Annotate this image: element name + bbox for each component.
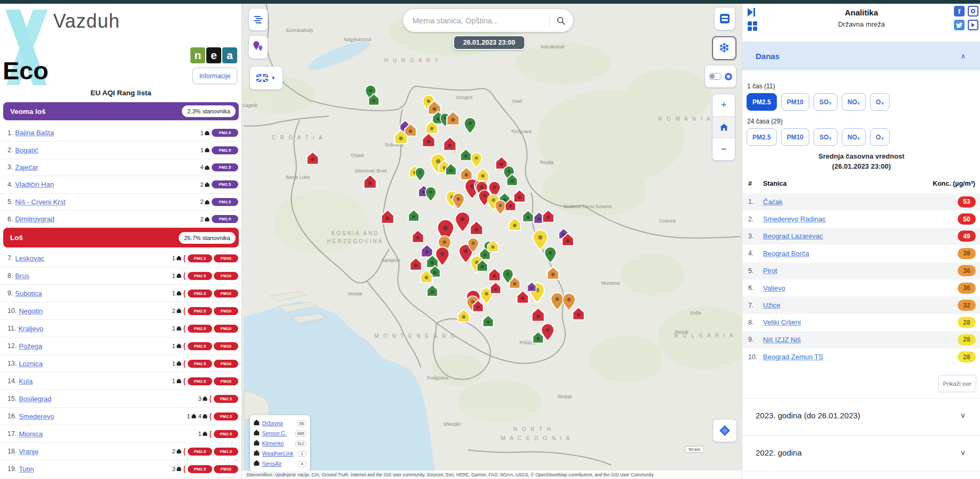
pollutant-filter-pm25[interactable]: PM2.5	[747, 93, 777, 111]
station-link[interactable]: Beograd Borča	[763, 250, 958, 258]
station-link[interactable]: Beograd Zemun TS	[763, 353, 958, 361]
station-link[interactable]: Beograd Lazarevac	[763, 232, 958, 240]
network-link[interactable]: WeatherLink	[262, 450, 298, 457]
station-marker[interactable]	[522, 210, 534, 225]
pollutant-filter-no[interactable]: NO₂	[842, 93, 866, 111]
search-icon[interactable]	[556, 16, 566, 26]
station-row[interactable]: 9.Subotica1(PM2.5PM10	[0, 285, 242, 302]
station-link[interactable]: Veliki Crljeni	[763, 318, 958, 326]
station-link[interactable]: Niš - Crveni Krst	[15, 198, 65, 206]
station-row[interactable]: 3.Zaječar4PM2.5	[0, 159, 242, 176]
facebook-icon[interactable]: f	[954, 6, 965, 16]
station-link[interactable]: Kraljevo	[18, 325, 43, 333]
station-row[interactable]: 7.Leskovac1(PM2.5PM10	[0, 250, 242, 267]
station-marker[interactable]	[412, 229, 424, 245]
air-quality-map[interactable]: H U N G A R YR O M A N I AB U L G A R I …	[242, 4, 742, 479]
station-link[interactable]: Bosilegrad	[19, 395, 51, 403]
station-link[interactable]: Čačak	[763, 198, 958, 206]
section-danas[interactable]: Danas ∧	[742, 42, 980, 70]
network-link[interactable]: SensAir	[262, 460, 298, 467]
pollutant-filter-pm25[interactable]: PM2.5	[747, 128, 777, 146]
category-bar-veoma-los[interactable]: Veoma loš 2.3% stanovnika	[3, 102, 239, 120]
station-row[interactable]: 16.Smederevo14(PM2.5	[0, 408, 242, 425]
station-row[interactable]: 4.Vladičin Han2PM2.5	[0, 176, 242, 193]
pollutant-filter-no[interactable]: NO₂	[842, 128, 866, 146]
station-row[interactable]: 6.Dimitrovgrad2PM2.5	[0, 211, 242, 228]
map-table-view-button[interactable]	[714, 7, 735, 30]
station-marker[interactable]	[531, 307, 545, 324]
station-marker[interactable]	[457, 309, 470, 325]
station-marker[interactable]	[443, 136, 457, 153]
station-marker[interactable]	[572, 307, 585, 323]
station-marker[interactable]	[425, 186, 437, 204]
instagram-icon[interactable]	[968, 6, 978, 16]
station-row[interactable]: 18.Vranje2(PM2.5PM1.0	[0, 443, 242, 460]
station-marker[interactable]	[363, 174, 377, 191]
map-cluster-button[interactable]: ❄	[712, 36, 736, 60]
basemap-gallery-button[interactable]	[713, 419, 737, 442]
station-row[interactable]: 17.Mionica1(PM2.5	[0, 425, 242, 443]
station-marker[interactable]	[476, 259, 488, 274]
station-row[interactable]: 1.Bajina Bašta1PM2.5	[0, 125, 242, 142]
station-link[interactable]: Dimitrovgrad	[15, 215, 54, 223]
station-row[interactable]: 11.Kraljevo1(PM2.5PM10	[0, 320, 242, 337]
station-link[interactable]: Užice	[763, 301, 958, 309]
station-row[interactable]: 12.Požega1(PM2.5PM10	[0, 337, 242, 355]
station-link[interactable]: Bajina Bašta	[15, 129, 54, 137]
station-row[interactable]: 14.Kula1(PM2.5PM10	[0, 373, 242, 390]
station-link[interactable]: Leskovac	[15, 254, 44, 262]
station-marker[interactable]	[506, 174, 518, 188]
station-link[interactable]: Kula	[19, 377, 32, 385]
toggle-switch[interactable]	[709, 73, 722, 80]
station-link[interactable]: Tutin	[19, 465, 33, 473]
map-search[interactable]: Merna stanica, Opština...	[403, 9, 573, 32]
station-link[interactable]: Niš IZJZ Niš	[763, 336, 958, 344]
station-link[interactable]: Zaječar	[15, 163, 38, 171]
station-link[interactable]: Valjevo	[763, 284, 958, 292]
station-link[interactable]: Požega	[19, 342, 42, 350]
station-row[interactable]: 19.Tutin3(PM2.5PM10	[0, 460, 242, 478]
station-marker[interactable]	[408, 209, 420, 224]
twitter-icon[interactable]	[954, 20, 965, 30]
station-marker[interactable]	[542, 209, 555, 225]
station-marker[interactable]	[544, 246, 557, 266]
map-markers-toggle-button[interactable]	[248, 35, 268, 59]
station-link[interactable]: Brus	[15, 272, 29, 280]
station-link[interactable]: Smederevo Radinac	[763, 215, 958, 223]
station-marker[interactable]	[532, 331, 544, 346]
youtube-icon[interactable]	[968, 20, 978, 30]
station-link[interactable]: Vladičin Han	[15, 180, 54, 188]
nea-logo[interactable]: n e a	[190, 47, 237, 63]
language-flag-dropdown[interactable]: ▼	[249, 66, 283, 90]
pollutant-filter-pm10[interactable]: PM10	[781, 93, 809, 111]
info-button[interactable]: Informacije	[192, 68, 237, 84]
marker-cluster-toggle[interactable]	[705, 65, 736, 88]
station-marker[interactable]	[516, 290, 529, 306]
pollutant-filter-so[interactable]: SO₂	[814, 93, 837, 111]
station-row[interactable]: 5.Niš - Crveni Krst2PM2.5	[0, 194, 242, 211]
station-marker[interactable]	[470, 220, 483, 237]
station-marker[interactable]	[509, 276, 521, 291]
station-marker[interactable]	[547, 266, 559, 282]
station-marker[interactable]	[472, 300, 484, 315]
station-row[interactable]: 8.Brus1(PM2.5PM10	[0, 267, 242, 285]
category-bar-los[interactable]: Loš 26.7% stanovnika	[3, 228, 239, 247]
station-marker[interactable]	[415, 167, 425, 184]
station-marker[interactable]	[467, 237, 479, 255]
station-marker[interactable]	[446, 111, 460, 128]
network-link[interactable]: Državna	[262, 420, 297, 426]
datetime-chip[interactable]: 26.01.2023 23:00	[453, 35, 525, 50]
station-marker[interactable]	[420, 269, 433, 285]
station-link[interactable]: Vranje	[19, 448, 38, 456]
station-link[interactable]: Loznica	[19, 360, 43, 368]
station-link[interactable]: Pirot	[763, 267, 958, 275]
station-marker[interactable]	[508, 217, 521, 233]
station-row[interactable]: 15.Bosilegrad3(PM2.5	[0, 390, 242, 408]
station-link[interactable]: Mionica	[19, 430, 43, 438]
station-link[interactable]: Subotica	[15, 290, 42, 298]
zoom-in-button[interactable]: +	[713, 94, 735, 116]
zoom-out-button[interactable]: −	[713, 138, 735, 160]
year-section-2022[interactable]: 2022. godina ∨	[742, 436, 980, 469]
station-marker[interactable]	[452, 193, 465, 212]
station-marker[interactable]	[464, 117, 476, 136]
